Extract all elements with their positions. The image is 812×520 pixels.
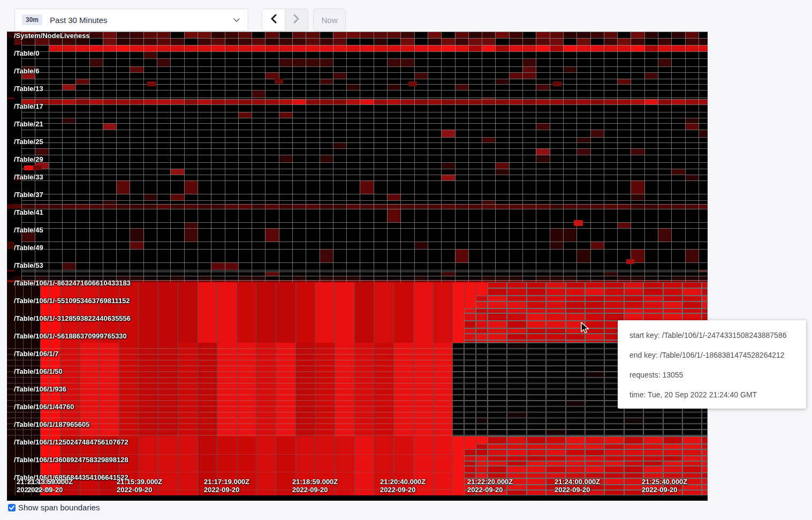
row-label: /Table/13	[14, 84, 43, 92]
row-label: /Table/21	[14, 119, 43, 127]
time-nav-group	[262, 9, 308, 31]
row-label: /System/NodeLiveness	[14, 32, 90, 39]
x-axis-tick: 21:20:40.000Z2022-09-20	[380, 478, 426, 494]
row-label: /Table/106/1/-5510953463769811152	[14, 296, 130, 304]
row-label: /Table/106/1/50	[14, 367, 63, 375]
chevron-right-icon	[293, 14, 300, 26]
now-button[interactable]: Now	[313, 9, 346, 31]
time-range-badge: 30m	[22, 14, 42, 25]
row-label: /Table/33	[14, 172, 43, 180]
tooltip-requests: requests: 13055	[629, 366, 806, 386]
key-visualizer-page: 30m Past 30 Minutes Now /System/NodeLive…	[0, 0, 812, 520]
row-label: /Table/41	[14, 208, 43, 216]
next-button[interactable]	[285, 9, 308, 31]
row-label: /Table/37	[14, 190, 43, 198]
row-label: /Table/49	[14, 243, 43, 251]
tooltip-start-key: start key: /Table/106/1/-247433150824388…	[629, 327, 806, 346]
x-axis-tick: 21:22:20.000Z2022-09-20	[467, 478, 513, 494]
row-label: /Table/45	[14, 225, 43, 233]
x-axis-tick: 21:24:00.000Z2022-09-20	[555, 478, 600, 494]
row-label: /Table/106/1/44760	[14, 402, 74, 410]
hover-tooltip: start key: /Table/106/1/-247433150824388…	[618, 320, 806, 409]
span-boundaries-label[interactable]: Show span boundaries	[18, 503, 100, 512]
footer: Show span boundaries	[8, 503, 100, 512]
tooltip-end-key: end key: /Table/106/1/-18683814745282642…	[629, 346, 806, 366]
row-label: /Table/106/1/-3128593822440635556	[14, 314, 131, 322]
x-axis-tick: 21:13:59.000Z2022-09-20	[27, 478, 73, 494]
x-axis-tick: 21:18:59.000Z2022-09-20	[292, 478, 338, 494]
row-label: /Table/106/1/936	[14, 385, 66, 393]
row-label: /Table/29	[14, 155, 43, 163]
span-boundaries-checkbox[interactable]	[8, 504, 16, 511]
x-axis-tick: 21:25:40.000Z2022-09-20	[642, 478, 687, 494]
row-label: /Table/0	[14, 49, 39, 57]
row-label: /Table/106/1/-561886370999765330	[14, 331, 127, 340]
row-label: /Table/106/1/1250247484756107672	[14, 438, 128, 446]
row-label: /Table/106/1/3608924758329898128	[14, 455, 128, 463]
prev-button[interactable]	[262, 9, 285, 31]
mouse-cursor-icon	[578, 321, 590, 336]
time-range-label: Past 30 Minutes	[50, 16, 108, 25]
chevron-left-icon	[270, 14, 277, 26]
tooltip-time: time: Tue, 20 Sep 2022 21:24:40 GMT	[629, 386, 806, 406]
row-label: /Table/106/1/187965605	[14, 420, 89, 428]
key-visualizer: /System/NodeLiveness/Table/0/Table/6/Tab…	[7, 32, 708, 501]
row-label: /Table/106/1/-8632471606610433183	[14, 278, 131, 287]
x-axis-tick: 21:15:39.000Z2022-09-20	[117, 478, 162, 494]
chevron-down-icon	[233, 18, 240, 22]
row-label: /Table/6	[14, 66, 39, 74]
row-label: /Table/25	[14, 137, 43, 145]
x-axis-tick: 21:17:19.000Z2022-09-20	[204, 478, 249, 494]
row-label: /Table/17	[14, 102, 43, 110]
check-icon	[9, 506, 14, 510]
row-label: /Table/106/1/7	[14, 349, 59, 357]
key-visualizer-heatmap[interactable]	[7, 32, 708, 501]
row-label: /Table/53	[14, 261, 43, 269]
time-range-select[interactable]: 30m Past 30 Minutes	[14, 9, 248, 31]
